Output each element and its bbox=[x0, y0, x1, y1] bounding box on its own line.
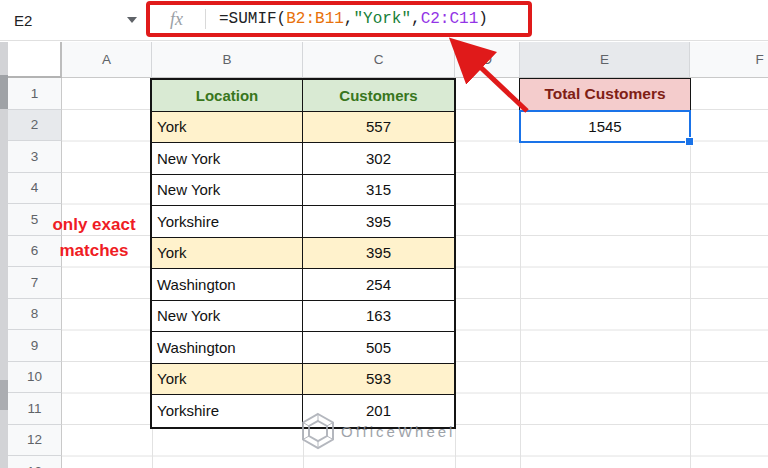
spreadsheet-app: E2 fx =SUMIF(B2:B11,"York",C2:C11) A B C… bbox=[0, 0, 768, 468]
select-all-corner[interactable] bbox=[8, 42, 62, 78]
table-row: York557 bbox=[152, 112, 454, 144]
total-customers-header-cell[interactable]: Total Customers bbox=[519, 78, 691, 111]
row-header-10[interactable]: 10 bbox=[8, 362, 62, 394]
row-header-7[interactable]: 7 bbox=[8, 267, 62, 299]
fill-handle[interactable] bbox=[685, 137, 694, 146]
formula-token: , bbox=[344, 10, 354, 28]
cell-customers[interactable]: 557 bbox=[303, 112, 454, 143]
row-header-1[interactable]: 1 bbox=[8, 78, 62, 110]
annotation-line-1: only exact bbox=[36, 212, 152, 238]
column-header-d[interactable]: D bbox=[455, 42, 520, 78]
header-cell-customers[interactable]: Customers bbox=[303, 80, 454, 111]
officewheel-logo-icon bbox=[300, 412, 336, 450]
cell-location[interactable]: New York bbox=[152, 175, 303, 206]
formula-token: C2:C11 bbox=[421, 10, 479, 28]
row-header-9[interactable]: 9 bbox=[8, 330, 62, 362]
table-header-row: Location Customers bbox=[152, 80, 454, 112]
cell-customers[interactable]: 593 bbox=[303, 364, 454, 395]
table-row: York395 bbox=[152, 238, 454, 270]
formula-toolbar: E2 fx =SUMIF(B2:B11,"York",C2:C11) bbox=[0, 0, 768, 41]
table-row: Washington505 bbox=[152, 332, 454, 364]
row-header-2[interactable]: 2 bbox=[8, 110, 62, 142]
table-row: New York163 bbox=[152, 301, 454, 333]
formula-bar[interactable]: fx =SUMIF(B2:B11,"York",C2:C11) bbox=[146, 1, 532, 37]
table-row: New York315 bbox=[152, 175, 454, 207]
formula-token: B2:B11 bbox=[286, 10, 344, 28]
left-edge-segment bbox=[0, 380, 8, 410]
column-header-f[interactable]: F bbox=[690, 42, 768, 78]
column-header-b[interactable]: B bbox=[152, 42, 303, 78]
cell-location[interactable]: Washington bbox=[152, 332, 303, 363]
cell-customers[interactable]: 254 bbox=[303, 269, 454, 300]
cell-customers[interactable]: 395 bbox=[303, 206, 454, 237]
cell-location[interactable]: York bbox=[152, 238, 303, 269]
cell-location[interactable]: York bbox=[152, 364, 303, 395]
annotation-only-exact-matches: only exact matches bbox=[36, 212, 152, 264]
row-header-11[interactable]: 11 bbox=[8, 393, 62, 425]
header-cell-location[interactable]: Location bbox=[152, 80, 303, 111]
cell-customers[interactable]: 395 bbox=[303, 238, 454, 269]
cell-customers[interactable]: 163 bbox=[303, 301, 454, 332]
formula-token: , bbox=[411, 10, 421, 28]
column-header-c[interactable]: C bbox=[303, 42, 455, 78]
cell-location[interactable]: Yorkshire bbox=[152, 206, 303, 237]
row-header-12[interactable]: 12 bbox=[8, 425, 62, 457]
row-header-3[interactable]: 3 bbox=[8, 141, 62, 173]
cell-location[interactable]: Washington bbox=[152, 269, 303, 300]
column-header-a[interactable]: A bbox=[62, 42, 152, 78]
chevron-down-icon[interactable] bbox=[127, 17, 137, 23]
total-customers-value: 1545 bbox=[588, 118, 621, 135]
formula-token: ) bbox=[478, 10, 488, 28]
cell-location[interactable]: Yorkshire bbox=[152, 395, 303, 427]
location-customers-table: Location Customers York557New York302New… bbox=[150, 78, 456, 429]
formula-bar-divider bbox=[205, 9, 206, 29]
selected-cell-e2[interactable]: 1545 bbox=[519, 110, 691, 143]
cell-location[interactable]: New York bbox=[152, 301, 303, 332]
column-header-e[interactable]: E bbox=[520, 42, 690, 78]
cell-customers[interactable]: 315 bbox=[303, 175, 454, 206]
watermark: OfficeWheel bbox=[300, 412, 455, 450]
table-row: Yorkshire395 bbox=[152, 206, 454, 238]
name-box-value: E2 bbox=[14, 12, 32, 29]
table-row: Washington254 bbox=[152, 269, 454, 301]
formula-token: =SUMIF( bbox=[219, 10, 286, 28]
row-header-4[interactable]: 4 bbox=[8, 173, 62, 205]
left-edge-segment bbox=[0, 75, 8, 109]
cell-customers[interactable]: 505 bbox=[303, 332, 454, 363]
row-headers: 12345678910111213 bbox=[8, 78, 62, 468]
cell-location[interactable]: New York bbox=[152, 143, 303, 174]
cell-customers[interactable]: 302 bbox=[303, 143, 454, 174]
table-row: York593 bbox=[152, 364, 454, 396]
row-header-13[interactable]: 13 bbox=[8, 456, 62, 468]
cell-location[interactable]: York bbox=[152, 112, 303, 143]
function-fx-icon: fx bbox=[170, 9, 183, 30]
watermark-text: OfficeWheel bbox=[341, 423, 455, 440]
table-row: New York302 bbox=[152, 143, 454, 175]
row-header-8[interactable]: 8 bbox=[8, 299, 62, 331]
annotation-line-2: matches bbox=[36, 238, 152, 264]
formula-token: "York" bbox=[353, 10, 411, 28]
formula-text[interactable]: =SUMIF(B2:B11,"York",C2:C11) bbox=[219, 10, 488, 28]
name-box[interactable]: E2 bbox=[0, 0, 146, 40]
